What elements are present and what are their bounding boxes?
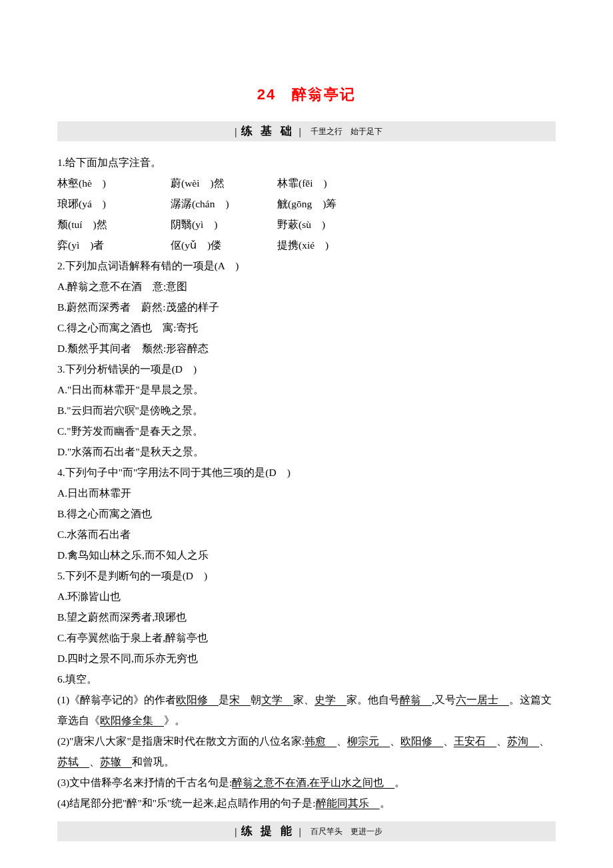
q5-option: C.有亭翼然临于泉上者,醉翁亭也 <box>57 627 556 648</box>
q6-text: 家。他自号 <box>346 694 400 705</box>
q1-cell: 颓(tuí )然 <box>57 214 171 235</box>
q6-blank: 苏辙 <box>100 756 132 767</box>
divider: | <box>299 121 301 142</box>
q6-text: 朝 <box>251 694 261 705</box>
q6-text: 》。 <box>164 715 185 726</box>
q6-text: 、 <box>496 735 507 747</box>
q1-cell: 阴翳(yì ) <box>171 214 277 235</box>
q6-blank: 韩愈 <box>305 735 336 747</box>
q1-row: 琅琊(yá ) 潺潺(chán ) 觥(gōng )筹 <box>57 193 556 214</box>
document-title: 24 醉翁亭记 <box>57 80 556 109</box>
q6-blank: 文学 <box>261 694 293 705</box>
q6-blank: 醉翁 <box>400 694 432 705</box>
q3-option: B."云归而岩穴暝"是傍晚之景。 <box>57 400 556 421</box>
q1-cell: 觥(gōng )筹 <box>277 193 336 214</box>
q3-option: A."日出而林霏开"是早晨之景。 <box>57 379 556 400</box>
divider: | <box>235 121 237 142</box>
q1-cell: 林霏(fēi ) <box>277 173 327 193</box>
q6-text: 是 <box>219 694 229 705</box>
q6-text: (1)《醉翁亭记的》的作者 <box>57 694 176 705</box>
q6-blank: 苏轼 <box>57 756 89 767</box>
q1-row: 颓(tuí )然 阴翳(yì ) 野蔌(sù ) <box>57 214 556 235</box>
q2-option: A.醉翁之意不在酒 意:意图 <box>57 276 556 297</box>
q1-cell: 潺潺(chán ) <box>171 193 277 214</box>
q6-text: (3)文中借释亭名来抒情的千古名句是: <box>57 777 232 788</box>
q6-blank: 王安石 <box>454 735 496 747</box>
q6-text: 家、 <box>293 694 314 705</box>
q5-option: B.望之蔚然而深秀者,琅琊也 <box>57 607 556 627</box>
q1-row: 弈(yì )者 伛(yǔ )偻 提携(xié ) <box>57 235 556 255</box>
q5-prompt: 5.下列不是判断句的一项是(D ) <box>57 565 556 586</box>
section-basic-right: 千里之行 始于足下 <box>310 123 382 139</box>
q6-blank: 苏洵 <box>507 735 539 747</box>
q1-cell: 提携(xié ) <box>277 235 328 255</box>
divider: | <box>299 821 301 842</box>
q4-prompt: 4.下列句子中"而"字用法不同于其他三项的是(D ) <box>57 462 556 483</box>
q3-option: D."水落而石出者"是秋天之景。 <box>57 441 556 462</box>
section-bar-advance: | 练 提 能 | 百尺竿头 更进一步 <box>57 821 556 841</box>
q6-text: 。 <box>394 777 405 788</box>
q6-blank: 欧阳修 <box>400 735 443 747</box>
q6-blank: 醉翁之意不在酒,在乎山水之间也 <box>232 777 394 788</box>
q5-option: A.环滁皆山也 <box>57 586 556 607</box>
q6-sub4: (4)结尾部分把"醉"和"乐"统一起来,起点睛作用的句子是:醉能同其乐 。 <box>57 793 556 813</box>
q1-cell: 琅琊(yá ) <box>57 193 171 214</box>
q1-cell: 野蔌(sù ) <box>277 214 325 235</box>
document-page: 24 醉翁亭记 | 练 基 础 | 千里之行 始于足下 1.给下面加点字注音。 … <box>0 0 613 868</box>
section-bar-basic: | 练 基 础 | 千里之行 始于足下 <box>57 121 556 141</box>
section-basic-left: 练 基 础 <box>241 120 295 143</box>
q6-text: 、 <box>443 735 454 747</box>
q2-option: B.蔚然而深秀者 蔚然:茂盛的样子 <box>57 297 556 317</box>
q6-blank: 史学 <box>314 694 346 705</box>
q6-blank: 宋 <box>229 694 251 705</box>
q6-blank: 欧阳修 <box>176 694 219 705</box>
q5-option: D.四时之景不同,而乐亦无穷也 <box>57 648 556 669</box>
q2-prompt: 2.下列加点词语解释有错的一项是(A ) <box>57 255 556 276</box>
q6-text: (2)"唐宋八大家"是指唐宋时代在散文方面的八位名家: <box>57 735 305 747</box>
q4-option: B.得之心而寓之酒也 <box>57 503 556 524</box>
q6-prompt: 6.填空。 <box>57 669 556 689</box>
q6-sub3: (3)文中借释亭名来抒情的千古名句是:醉翁之意不在酒,在乎山水之间也 。 <box>57 772 556 793</box>
q4-option: A.日出而林霏开 <box>57 483 556 503</box>
divider: | <box>235 821 237 842</box>
q6-text: 、 <box>539 735 550 747</box>
q1-cell: 伛(yǔ )偻 <box>171 235 277 255</box>
q6-blank: 欧阳修全集 <box>100 715 164 726</box>
q6-text: ,又号 <box>432 694 456 705</box>
q6-text: 、 <box>89 756 100 767</box>
section-advance-right: 百尺竿头 更进一步 <box>310 823 382 839</box>
q2-option: D.颓然乎其间者 颓然:形容醉态 <box>57 338 556 359</box>
q6-text: 、 <box>336 735 347 747</box>
q1-cell: 弈(yì )者 <box>57 235 171 255</box>
q6-text: 、 <box>390 735 400 747</box>
q3-prompt: 3.下列分析错误的一项是(D ) <box>57 359 556 379</box>
q1-cell: 蔚(wèi )然 <box>171 173 277 193</box>
q3-option: C."野芳发而幽香"是春天之景。 <box>57 421 556 441</box>
q6-text: (4)结尾部分把"醉"和"乐"统一起来,起点睛作用的句子是: <box>57 797 316 809</box>
q6-blank: 六一居士 <box>456 694 509 705</box>
q2-option: C.得之心而寓之酒也 寓:寄托 <box>57 317 556 338</box>
q6-blank: 柳宗元 <box>347 735 390 747</box>
q6-sub2: (2)"唐宋八大家"是指唐宋时代在散文方面的八位名家:韩愈 、柳宗元 、欧阳修 … <box>57 731 556 772</box>
q6-text: 和曾巩。 <box>132 756 175 767</box>
section-advance-left: 练 提 能 <box>241 820 295 843</box>
q6-blank: 醉能同其乐 <box>316 797 380 809</box>
q6-text: 。 <box>380 797 390 809</box>
q4-option: D.禽鸟知山林之乐,而不知人之乐 <box>57 545 556 565</box>
q1-row: 林壑(hè ) 蔚(wèi )然 林霏(fēi ) <box>57 173 556 193</box>
q6-sub1: (1)《醉翁亭记的》的作者欧阳修 是宋 朝文学 家、史学 家。他自号醉翁 ,又号… <box>57 689 556 731</box>
q4-option: C.水落而石出者 <box>57 524 556 545</box>
q1-cell: 林壑(hè ) <box>57 173 171 193</box>
q1-prompt: 1.给下面加点字注音。 <box>57 152 556 173</box>
